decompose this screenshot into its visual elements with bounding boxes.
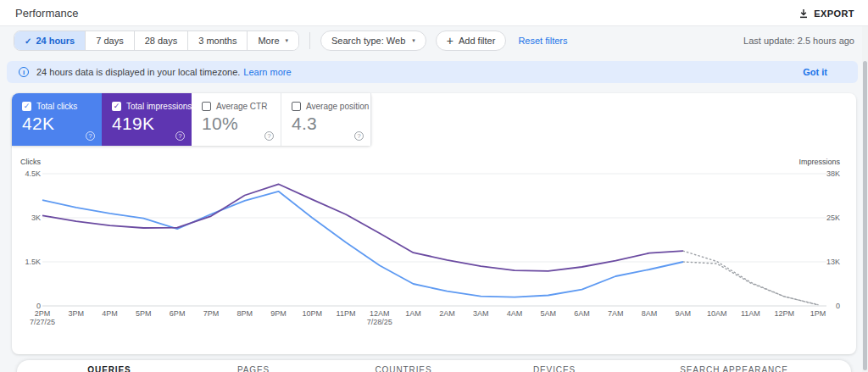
x-axis-label: 12PM: [774, 309, 794, 318]
export-label: EXPORT: [814, 8, 854, 19]
impressions-line: [42, 184, 683, 271]
x-axis-label: 11AM: [741, 309, 760, 318]
chevron-down-icon: ▾: [286, 37, 289, 44]
x-axis-label: 3PM: [69, 309, 85, 318]
x-axis-label: 10PM: [302, 309, 322, 318]
last-update-text: Last update: 2.5 hours ago: [743, 36, 854, 46]
x-axis-label: 1AM: [405, 309, 421, 318]
x-axis-label: 4PM: [102, 309, 118, 318]
x-axis-label: 9PM: [270, 309, 287, 318]
export-button[interactable]: EXPORT: [798, 0, 854, 26]
clicks-line-estimated: [683, 262, 818, 305]
tab-search-appearance[interactable]: SEARCH APPEARANCE: [680, 365, 788, 372]
dimension-tabs-panel: QUERIESPAGESCOUNTRIESDEVICESSEARCH APPEA…: [17, 360, 851, 372]
x-axis-label: 5PM: [136, 309, 152, 318]
date-range-chip-more[interactable]: More▾: [248, 31, 298, 50]
chip-label: 3 months: [198, 36, 236, 46]
metric-card-total-clicks[interactable]: ✓ Total clicks 42K ?: [12, 93, 102, 146]
performance-card: ✓ Total clicks 42K ? ✓ Total impressions…: [12, 93, 856, 354]
x-axis-label: 1PM: [810, 309, 826, 318]
chip-label: More: [258, 36, 279, 46]
checked-checkbox[interactable]: ✓: [112, 102, 121, 111]
chip-label: 7 days: [96, 36, 123, 46]
add-filter-label: Add filter: [459, 36, 495, 46]
page-title: Performance: [15, 7, 78, 19]
tab-devices[interactable]: DEVICES: [533, 365, 576, 372]
add-filter-button[interactable]: + Add filter: [436, 31, 507, 51]
x-axis-label: 2AM: [439, 309, 455, 318]
tab-queries[interactable]: QUERIES: [87, 365, 131, 372]
metric-label: Average position: [306, 102, 369, 111]
x-axis-label: 6AM: [574, 309, 590, 318]
date-range-chip-3-months[interactable]: 3 months: [188, 31, 248, 50]
reset-filters-link[interactable]: Reset filters: [518, 36, 567, 46]
info-icon: i: [19, 67, 29, 77]
chip-label: 28 days: [145, 36, 178, 46]
date-range-chip-group: ✓24 hours7 days28 days3 monthsMore▾: [14, 31, 299, 51]
unchecked-checkbox[interactable]: [292, 102, 301, 111]
top-bar: Performance EXPORT: [0, 0, 868, 26]
filter-bar: ✓24 hours7 days28 days3 monthsMore▾ Sear…: [0, 27, 868, 54]
chip-label: 24 hours: [36, 36, 75, 46]
unchecked-checkbox[interactable]: [202, 102, 211, 111]
banner-text: 24 hours data is displayed in your local…: [36, 67, 240, 77]
help-icon[interactable]: ?: [264, 131, 274, 141]
learn-more-link[interactable]: Learn more: [243, 67, 291, 77]
plus-icon: +: [447, 35, 453, 47]
help-icon[interactable]: ?: [175, 131, 185, 141]
x-axis-label: 3AM: [473, 309, 489, 318]
got-it-button[interactable]: Got it: [803, 67, 827, 77]
x-axis-label: 6PM: [170, 309, 186, 318]
scrollbar-track[interactable]: [862, 26, 868, 372]
scrollbar-thumb[interactable]: [863, 61, 867, 370]
date-range-chip-24-hours[interactable]: ✓24 hours: [14, 31, 86, 50]
metric-card-average-ctr[interactable]: Average CTR 10% ?: [192, 93, 281, 146]
tab-countries[interactable]: COUNTRIES: [376, 365, 432, 372]
x-axis-date: 7/28/25: [367, 318, 392, 326]
check-icon: ✓: [25, 36, 31, 46]
x-axis-label: 8AM: [642, 309, 658, 318]
date-range-chip-7-days[interactable]: 7 days: [86, 31, 134, 50]
x-axis-label: 7PM: [203, 309, 220, 318]
x-axis-label: 10AM: [707, 309, 727, 318]
checked-checkbox[interactable]: ✓: [22, 102, 31, 111]
help-icon[interactable]: ?: [354, 131, 364, 141]
x-axis-label: 4AM: [507, 309, 523, 318]
metric-label: Average CTR: [216, 102, 267, 111]
x-axis-date: 7/27/25: [30, 318, 55, 326]
x-axis-label: 8PM: [236, 309, 253, 318]
search-type-selector[interactable]: Search type: Web ▾: [320, 31, 426, 51]
timezone-banner: i 24 hours data is displayed in your loc…: [7, 61, 858, 83]
clicks-line: [42, 192, 683, 297]
tab-pages[interactable]: PAGES: [237, 365, 270, 372]
date-range-chip-28-days[interactable]: 28 days: [135, 31, 189, 50]
metric-card-total-impressions[interactable]: ✓ Total impressions 419K ?: [102, 93, 192, 146]
impressions-line-estimated: [683, 251, 818, 305]
divider: [309, 32, 310, 49]
chevron-down-icon: ▾: [412, 37, 415, 44]
x-axis-label: 9AM: [676, 309, 692, 318]
x-axis-label: 2PM7/27/25: [30, 309, 55, 326]
metric-tiles: ✓ Total clicks 42K ? ✓ Total impressions…: [12, 93, 371, 146]
metric-label: Total impressions: [126, 102, 192, 111]
x-axis-label: 5AM: [540, 309, 556, 318]
metric-label: Total clicks: [36, 102, 77, 111]
help-icon[interactable]: ?: [86, 131, 95, 141]
x-axis-label: 7AM: [608, 309, 624, 318]
x-axis-label: 12AM7/28/25: [367, 309, 392, 326]
search-type-label: Search type: Web: [331, 36, 405, 46]
x-axis-label: 11PM: [337, 309, 356, 318]
metric-card-average-position[interactable]: Average position 4.3 ?: [281, 93, 371, 146]
download-icon: [798, 8, 809, 19]
